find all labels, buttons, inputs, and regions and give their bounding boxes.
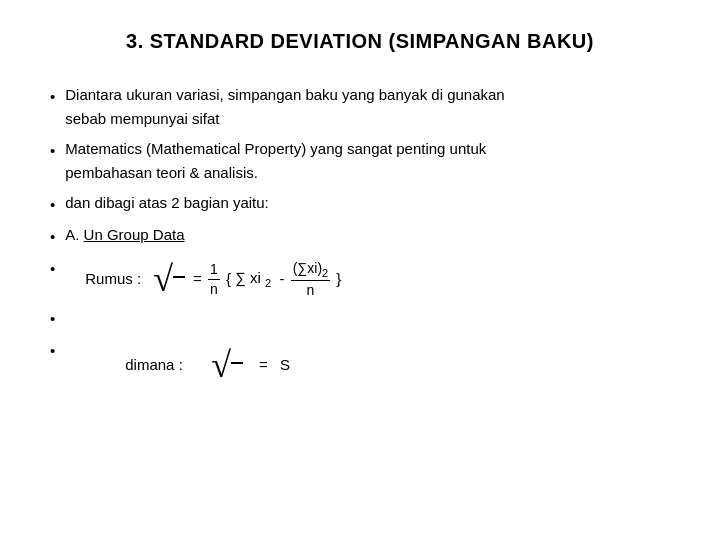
- bullet-dot: •: [50, 85, 55, 109]
- list-item: • dan dibagi atas 2 bagian yaitu:: [50, 191, 670, 217]
- list-item: • Matematics (Mathematical Property) yan…: [50, 137, 670, 185]
- sqrt-content-s: [231, 362, 243, 368]
- bullet-text-3: dan dibagi atas 2 bagian yaitu:: [65, 191, 269, 215]
- bullet-dot: •: [50, 193, 55, 217]
- bullet-list: • Diantara ukuran variasi, simpangan bak…: [50, 83, 670, 389]
- fraction-denominator-2: n: [305, 281, 317, 299]
- bullet-dot: •: [50, 139, 55, 163]
- dimana-equals: =: [255, 353, 272, 377]
- sum-xi2-expr: ∑ xi 2: [235, 266, 271, 293]
- un-group-data-label: Un Group Data: [84, 226, 185, 243]
- empty-text: [65, 305, 69, 329]
- list-item-dimana: • dimana : √ = S: [50, 337, 670, 383]
- slide-title: 3. STANDARD DEVIATION (SIMPANGAN BAKU): [50, 30, 670, 53]
- fraction-numerator-2: (∑xi)2: [291, 259, 331, 281]
- dimana-line: dimana : √ = S: [125, 347, 290, 383]
- rumus-label: Rumus :: [85, 267, 141, 291]
- S-label: S: [280, 353, 290, 377]
- list-item-formula: • Rumus : √ = 1 n {: [50, 255, 670, 299]
- slide-container: 3. STANDARD DEVIATION (SIMPANGAN BAKU) •…: [0, 0, 720, 540]
- sqrt-symbol: √: [153, 261, 173, 297]
- close-brace: }: [332, 267, 341, 291]
- dimana-container: dimana : √ = S: [65, 337, 290, 383]
- sqrt-content: [173, 276, 185, 282]
- equals-sign: =: [189, 267, 206, 291]
- list-item: • A. Un Group Data: [50, 223, 670, 249]
- list-item: • Diantara ukuran variasi, simpangan bak…: [50, 83, 670, 131]
- sqrt-symbol-s-container: √: [211, 347, 243, 383]
- bullet-dot: •: [50, 257, 55, 281]
- minus-sign: -: [271, 267, 289, 291]
- bullet-text-4: A. Un Group Data: [65, 223, 184, 247]
- sqrt-symbol-container: √: [153, 261, 185, 297]
- fraction-denominator: n: [208, 280, 220, 298]
- fraction-sumxi2-over-n: (∑xi)2 n: [291, 259, 331, 299]
- subscript-2b: 2: [322, 267, 328, 279]
- list-item-empty: •: [50, 305, 670, 331]
- formula-line: Rumus : √ = 1 n { ∑ xi 2: [85, 259, 341, 299]
- fraction-1-over-n: 1 n: [208, 260, 220, 297]
- bullet-dot: •: [50, 307, 55, 331]
- bullet-dot: •: [50, 339, 55, 363]
- open-brace: {: [222, 267, 235, 291]
- dimana-label: dimana :: [125, 353, 183, 377]
- bullet-text-2: Matematics (Mathematical Property) yang …: [65, 137, 486, 185]
- bullet-dot: •: [50, 225, 55, 249]
- fraction-numerator: 1: [208, 260, 220, 279]
- bullet-text-1: Diantara ukuran variasi, simpangan baku …: [65, 83, 504, 131]
- sqrt-symbol-s: √: [211, 347, 231, 383]
- formula-container: Rumus : √ = 1 n { ∑ xi 2: [65, 255, 341, 299]
